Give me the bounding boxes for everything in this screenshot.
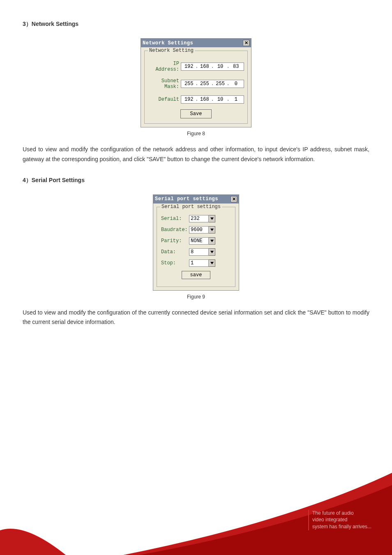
select-value: 8 (189, 248, 209, 256)
ip-octet[interactable]: 168 (199, 64, 210, 69)
save-button[interactable]: Save (180, 109, 212, 118)
data-label: Data: (160, 249, 189, 255)
default-gateway-input[interactable]: 192. 168. 10. 1 (181, 95, 244, 104)
baudrate-select[interactable]: 9600 (189, 226, 215, 234)
chevron-down-icon[interactable] (209, 259, 215, 267)
serial-settings-dialog: Serial port settings ✕ Serial port setti… (153, 194, 239, 291)
data-select[interactable]: 8 (189, 248, 215, 256)
dialog-title: Serial port settings (155, 196, 218, 202)
serial-fieldset: Serial port settings Serial: 232 Baudrat… (157, 207, 235, 287)
footer-tagline: The future of audio video integrated sys… (308, 510, 371, 530)
parity-select[interactable]: NONE (189, 237, 215, 245)
chevron-down-icon[interactable] (209, 226, 215, 234)
svg-marker-2 (210, 240, 214, 242)
ip-octet[interactable]: 192 (183, 97, 195, 102)
svg-marker-3 (210, 251, 214, 253)
ip-octet[interactable]: 1 (230, 97, 242, 102)
network-fieldset: Network Setting IP Address: 192. 168. 10… (144, 51, 248, 124)
close-icon[interactable]: ✕ (231, 196, 237, 202)
dialog-title: Network Settings (143, 40, 193, 46)
fieldset-legend: Serial port settings (160, 204, 222, 210)
footer-line: The future of audio (312, 510, 371, 517)
ip-octet[interactable]: 255 (214, 81, 226, 87)
default-gateway-label: Default (148, 97, 181, 102)
figure-caption: Figure 8 (187, 131, 205, 136)
paragraph: Used to view and modify the configuratio… (23, 145, 369, 164)
close-icon[interactable]: ✕ (243, 40, 249, 46)
section-4-title: 4）Serial Port Settings (23, 177, 369, 184)
ip-address-label: IP Address: (148, 61, 181, 72)
ip-octet[interactable]: 255 (199, 81, 210, 87)
serial-select[interactable]: 232 (189, 215, 215, 222)
parity-label: Parity: (160, 238, 189, 244)
chevron-down-icon[interactable] (209, 237, 215, 245)
ip-octet[interactable]: 168 (199, 97, 210, 102)
select-value: 9600 (189, 226, 209, 234)
fieldset-legend: Network Setting (148, 48, 195, 53)
footer-line: system has finally arrives... (312, 523, 371, 530)
section-3-title: 3）Network Settings (23, 21, 369, 28)
subnet-mask-input[interactable]: 255. 255. 255. 0 (181, 80, 244, 88)
stop-select[interactable]: 1 (189, 259, 215, 267)
serial-label: Serial: (160, 216, 189, 222)
ip-octet[interactable]: 192 (183, 64, 195, 69)
footer-line: video integrated (312, 516, 371, 523)
ip-octet[interactable]: 83 (230, 64, 242, 69)
dialog-titlebar: Network Settings ✕ (141, 39, 251, 47)
ip-address-input[interactable]: 192. 168. 10. 83 (181, 62, 244, 71)
paragraph: Used to view and modify the configuratio… (23, 308, 369, 328)
select-value: 232 (189, 215, 209, 222)
select-value: 1 (189, 259, 209, 267)
ip-octet[interactable]: 255 (183, 81, 195, 87)
svg-marker-1 (210, 229, 214, 231)
ip-octet[interactable]: 0 (230, 81, 242, 87)
svg-marker-0 (210, 217, 214, 220)
ip-octet[interactable]: 10 (214, 97, 226, 102)
dialog-titlebar: Serial port settings ✕ (153, 195, 239, 204)
subnet-mask-label: Subnet Mask: (148, 78, 181, 90)
chevron-down-icon[interactable] (209, 215, 215, 222)
baudrate-label: Baudrate: (160, 227, 189, 233)
ip-octet[interactable]: 10 (214, 64, 226, 69)
figure-caption: Figure 9 (187, 294, 205, 300)
network-settings-dialog: Network Settings ✕ Network Setting IP Ad… (141, 38, 251, 127)
save-button[interactable]: save (182, 271, 210, 279)
svg-marker-4 (210, 262, 214, 264)
chevron-down-icon[interactable] (209, 248, 215, 256)
select-value: NONE (189, 237, 209, 245)
stop-label: Stop: (160, 260, 189, 266)
